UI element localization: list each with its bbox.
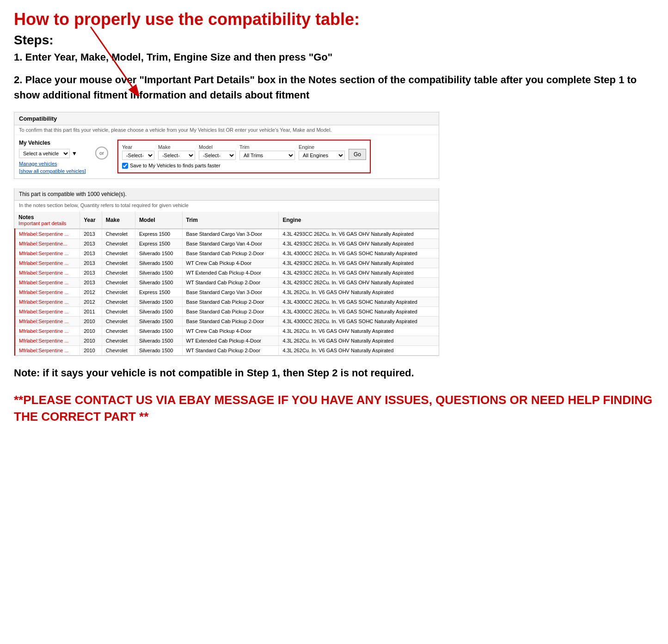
year-cell: 2011 — [80, 307, 102, 316]
table-row: Mfrlabel:Serpentine ...2010ChevroletSilv… — [15, 316, 439, 326]
manage-vehicles-link[interactable]: Manage vehicles — [19, 161, 86, 166]
trim-field-group: Trim All Trims — [239, 144, 295, 160]
table-row: Mfrlabel:Serpentine ...2013ChevroletSilv… — [15, 268, 439, 277]
engine-cell: 4.3L 262Cu. In. V6 GAS OHV Naturally Asp… — [279, 345, 439, 355]
engine-cell: 4.3L 262Cu. In. V6 GAS OHV Naturally Asp… — [279, 287, 439, 297]
table-row: Mfrlabel:Serpentine ...2010ChevroletSilv… — [15, 326, 439, 336]
model-cell: Express 1500 — [135, 287, 182, 297]
trim-select[interactable]: All Trims — [239, 151, 295, 160]
table-row: Mfrlabel:Serpentine ...2010ChevroletSilv… — [15, 345, 439, 355]
main-title: How to properly use the compatibility ta… — [14, 9, 654, 29]
trim-cell: Base Standard Cargo Van 3-Door — [182, 229, 279, 239]
make-label: Make — [158, 144, 195, 150]
year-cell: 2010 — [80, 336, 102, 345]
step2-text: 2. Place your mouse over "Important Part… — [14, 72, 654, 103]
trim-cell: Base Standard Cargo Van 3-Door — [182, 287, 279, 297]
compat-table-wrapper: Notes Important part details Year Make M… — [14, 212, 439, 356]
notes-cell: Mfrlabel:Serpentine ... — [15, 268, 80, 277]
engine-label: Engine — [299, 144, 345, 150]
model-select[interactable]: -Select- — [199, 151, 236, 160]
make-cell: Chevrolet — [102, 297, 135, 307]
model-cell: Silverado 1500 — [135, 248, 182, 258]
make-cell: Chevrolet — [102, 248, 135, 258]
make-cell: Chevrolet — [102, 307, 135, 316]
col-header-year: Year — [80, 212, 102, 229]
notes-cell: Mfrlabel:Serpentine ... — [15, 258, 80, 268]
engine-cell: 4.3L 262Cu. In. V6 GAS OHV Naturally Asp… — [279, 326, 439, 336]
year-cell: 2012 — [80, 287, 102, 297]
make-cell: Chevrolet — [102, 326, 135, 336]
table-row: Mfrlabel:Serpentine ...2012ChevroletExpr… — [15, 287, 439, 297]
model-cell: Silverado 1500 — [135, 297, 182, 307]
compat-note: In the notes section below, Quantity ref… — [14, 201, 439, 212]
engine-cell: 4.3L 4300CC 262Cu. In. V6 GAS SOHC Natur… — [279, 316, 439, 326]
or-divider: or — [95, 147, 108, 159]
year-cell: 2010 — [80, 326, 102, 336]
trim-cell: WT Extended Cab Pickup 4-Door — [182, 268, 279, 277]
year-cell: 2012 — [80, 297, 102, 307]
col-header-notes: Notes Important part details — [15, 212, 80, 229]
make-cell: Chevrolet — [102, 336, 135, 345]
go-button[interactable]: Go — [349, 149, 366, 160]
trim-cell: Base Standard Cab Pickup 2-Door — [182, 297, 279, 307]
contact-text: **PLEASE CONTACT US VIA EBAY MESSAGE IF … — [14, 392, 654, 425]
engine-cell: 4.3L 4300CC 262Cu. In. V6 GAS SOHC Natur… — [279, 307, 439, 316]
compat-table: Notes Important part details Year Make M… — [14, 212, 439, 356]
my-vehicles-section: My Vehicles Select a vehicle ▼ Manage ve… — [19, 140, 86, 174]
engine-select[interactable]: All Engines — [299, 151, 345, 160]
compat-info-bar: This part is compatible with 1000 vehicl… — [14, 188, 439, 201]
year-select[interactable]: -Select- — [122, 151, 154, 160]
table-row: Mfrlabel:Serpentine...2013ChevroletExpre… — [15, 239, 439, 248]
compat-subtext: To confirm that this part fits your vehi… — [14, 125, 439, 135]
col-header-engine: Engine — [279, 212, 439, 229]
notes-cell: Mfrlabel:Serpentine ... — [15, 336, 80, 345]
trim-cell: WT Standard Cab Pickup 2-Door — [182, 345, 279, 355]
table-row: Mfrlabel:Serpentine ...2013ChevroletExpr… — [15, 229, 439, 239]
make-select[interactable]: -Select- — [158, 151, 195, 160]
notes-cell: Mfrlabel:Serpentine ... — [15, 277, 80, 287]
engine-cell: 4.3L 4293CC 262Cu. In. V6 GAS OHV Natura… — [279, 229, 439, 239]
table-row: Mfrlabel:Serpentine ...2011ChevroletSilv… — [15, 307, 439, 316]
model-cell: Silverado 1500 — [135, 326, 182, 336]
trim-cell: WT Crew Cab Pickup 4-Door — [182, 258, 279, 268]
step1-text: 1. Enter Year, Make, Model, Trim, Engine… — [14, 50, 654, 65]
make-cell: Chevrolet — [102, 239, 135, 248]
show-all-compatible-link[interactable]: [show all compatible vehicles] — [19, 168, 86, 174]
engine-cell: 4.3L 4293CC 262Cu. In. V6 GAS OHV Natura… — [279, 268, 439, 277]
trim-cell: Base Standard Cargo Van 4-Door — [182, 239, 279, 248]
year-make-section: Year -Select- Make -Select- Model -Selec… — [117, 140, 371, 173]
save-checkbox[interactable] — [122, 163, 128, 169]
my-vehicles-label: My Vehicles — [19, 140, 86, 146]
steps-heading: Steps: — [14, 33, 654, 48]
year-label: Year — [122, 144, 154, 150]
model-cell: Silverado 1500 — [135, 307, 182, 316]
compat-header: Compatibility — [14, 112, 439, 125]
table-row: Mfrlabel:Serpentine ...2012ChevroletSilv… — [15, 297, 439, 307]
year-cell: 2013 — [80, 268, 102, 277]
year-cell: 2010 — [80, 345, 102, 355]
notes-cell: Mfrlabel:Serpentine ... — [15, 229, 80, 239]
trim-cell: WT Crew Cab Pickup 4-Door — [182, 326, 279, 336]
trim-cell: WT Extended Cab Pickup 4-Door — [182, 336, 279, 345]
table-row: Mfrlabel:Serpentine ...2013ChevroletSilv… — [15, 277, 439, 287]
table-row: Mfrlabel:Serpentine ...2010ChevroletSilv… — [15, 336, 439, 345]
vehicle-select[interactable]: Select a vehicle — [19, 149, 70, 158]
year-cell: 2013 — [80, 258, 102, 268]
col-header-model: Model — [135, 212, 182, 229]
important-part-link[interactable]: Important part details — [18, 221, 76, 226]
trim-cell: Base Standard Cab Pickup 2-Door — [182, 307, 279, 316]
note-text: Note: if it says your vehicle is not com… — [14, 366, 654, 380]
model-cell: Silverado 1500 — [135, 268, 182, 277]
year-cell: 2013 — [80, 277, 102, 287]
compatibility-box: Compatibility To confirm that this part … — [14, 112, 439, 179]
model-cell: Silverado 1500 — [135, 316, 182, 326]
notes-cell: Mfrlabel:Serpentine ... — [15, 316, 80, 326]
notes-cell: Mfrlabel:Serpentine ... — [15, 307, 80, 316]
engine-cell: 4.3L 4300CC 262Cu. In. V6 GAS SOHC Natur… — [279, 248, 439, 258]
trim-label: Trim — [239, 144, 295, 150]
engine-cell: 4.3L 4293CC 262Cu. In. V6 GAS OHV Natura… — [279, 277, 439, 287]
trim-cell: Base Standard Cab Pickup 2-Door — [182, 248, 279, 258]
year-cell: 2013 — [80, 239, 102, 248]
make-cell: Chevrolet — [102, 316, 135, 326]
model-cell: Silverado 1500 — [135, 336, 182, 345]
